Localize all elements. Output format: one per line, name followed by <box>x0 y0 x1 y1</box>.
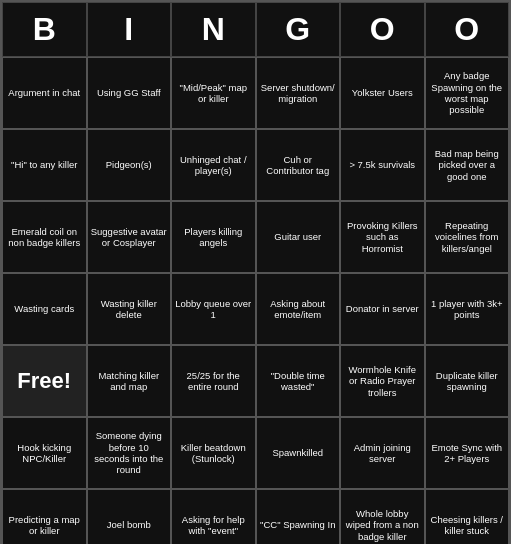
bingo-cell: "CC" Spawning In <box>256 489 341 544</box>
bingo-cell: Repeating voicelines from killers/angel <box>425 201 510 273</box>
bingo-cell: Pidgeon(s) <box>87 129 172 201</box>
bingo-cell: Players killing angels <box>171 201 256 273</box>
bingo-cell: Admin joining server <box>340 417 425 489</box>
bingo-cell: Lobby queue over 1 <box>171 273 256 345</box>
bingo-cell: Donator in server <box>340 273 425 345</box>
bingo-header: BINGOO <box>2 2 509 57</box>
bingo-cell: Emerald coil on non badge killers <box>2 201 87 273</box>
bingo-cell: Asking about emote/item <box>256 273 341 345</box>
bingo-cell: Asking for help with "event" <box>171 489 256 544</box>
bingo-cell: Wasting cards <box>2 273 87 345</box>
bingo-cell: Suggestive avatar or Cosplayer <box>87 201 172 273</box>
bingo-cell: Someone dying before 10 seconds into the… <box>87 417 172 489</box>
bingo-cell: Unhinged chat / player(s) <box>171 129 256 201</box>
bingo-cell: Wormhole Knife or Radio Prayer trollers <box>340 345 425 417</box>
bingo-cell: Yolkster Users <box>340 57 425 129</box>
bingo-cell: Free! <box>2 345 87 417</box>
header-letter: G <box>256 2 341 57</box>
bingo-cell: "Hi" to any killer <box>2 129 87 201</box>
bingo-cell: Duplicate killer spawning <box>425 345 510 417</box>
bingo-cell: Argument in chat <box>2 57 87 129</box>
bingo-grid: Argument in chatUsing GG Staff"Mid/Peak"… <box>2 57 509 544</box>
bingo-cell: Cuh or Contributor tag <box>256 129 341 201</box>
header-letter: B <box>2 2 87 57</box>
bingo-cell: Predicting a map or killer <box>2 489 87 544</box>
bingo-cell: Cheesing killers / killer stuck <box>425 489 510 544</box>
bingo-cell: Using GG Staff <box>87 57 172 129</box>
bingo-cell: Whole lobby wiped from a non badge kille… <box>340 489 425 544</box>
bingo-cell: Provoking Killers such as Horromist <box>340 201 425 273</box>
bingo-cell: Wasting killer delete <box>87 273 172 345</box>
header-letter: N <box>171 2 256 57</box>
bingo-cell: Guitar user <box>256 201 341 273</box>
bingo-cell: Joel bomb <box>87 489 172 544</box>
bingo-card: BINGOO Argument in chatUsing GG Staff"Mi… <box>0 0 511 544</box>
bingo-cell: > 7.5k survivals <box>340 129 425 201</box>
header-letter: O <box>425 2 510 57</box>
bingo-cell: "Mid/Peak" map or killer <box>171 57 256 129</box>
bingo-cell: Bad map being picked over a good one <box>425 129 510 201</box>
bingo-cell: "Double time wasted" <box>256 345 341 417</box>
header-letter: O <box>340 2 425 57</box>
bingo-cell: Matching killer and map <box>87 345 172 417</box>
bingo-cell: Server shutdown/ migration <box>256 57 341 129</box>
bingo-cell: Spawnkilled <box>256 417 341 489</box>
bingo-cell: Any badge Spawning on the worst map poss… <box>425 57 510 129</box>
bingo-cell: Emote Sync with 2+ Players <box>425 417 510 489</box>
bingo-cell: 1 player with 3k+ points <box>425 273 510 345</box>
bingo-cell: 25/25 for the entire round <box>171 345 256 417</box>
bingo-cell: Hook kicking NPC/Killer <box>2 417 87 489</box>
header-letter: I <box>87 2 172 57</box>
bingo-cell: Killer beatdown (Stunlock) <box>171 417 256 489</box>
